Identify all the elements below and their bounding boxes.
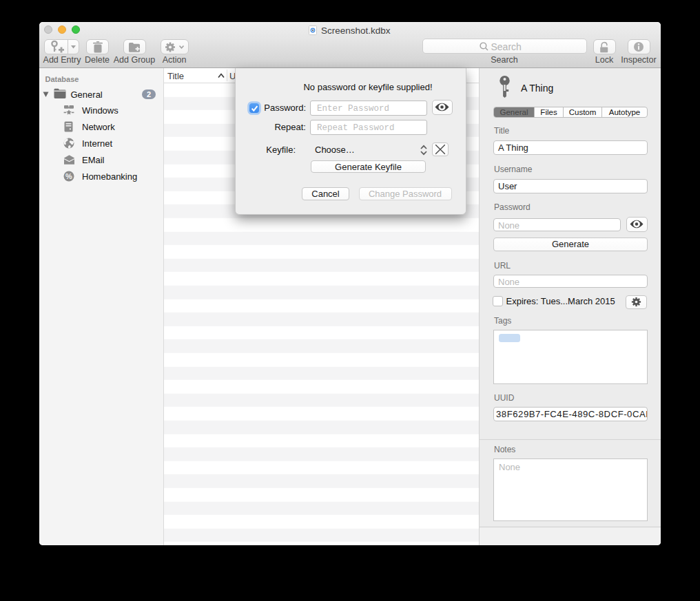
svg-text:%: % [65,171,72,180]
